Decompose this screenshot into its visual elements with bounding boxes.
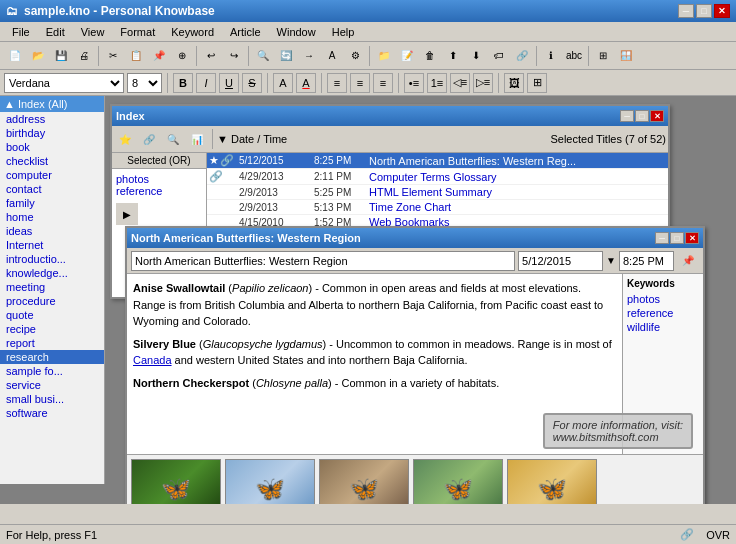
index-row[interactable]: 🔗 4/29/2013 2:11 PM Computer Terms Gloss… xyxy=(207,169,668,185)
cut-button[interactable]: ✂ xyxy=(102,45,124,67)
index-search-btn[interactable]: 🔍 xyxy=(162,128,184,150)
sidebar-item-contact[interactable]: contact xyxy=(0,182,104,196)
num-list-button[interactable]: 1≡ xyxy=(427,73,447,93)
row-title[interactable]: North American Butterflies: Western Reg.… xyxy=(369,155,666,167)
sidebar-item-research[interactable]: research xyxy=(0,350,104,364)
align-center-button[interactable]: ≡ xyxy=(350,73,370,93)
index-link-btn[interactable]: 🔗 xyxy=(138,128,160,150)
article-date-input[interactable] xyxy=(518,251,603,271)
row-title[interactable]: Computer Terms Glossary xyxy=(369,171,666,183)
minimize-button[interactable]: ─ xyxy=(678,4,694,18)
sidebar-item-checklist[interactable]: checklist xyxy=(0,154,104,168)
align-left-button[interactable]: ≡ xyxy=(327,73,347,93)
sidebar-item-knowledge[interactable]: knowledge... xyxy=(0,266,104,280)
index-row[interactable]: 2/9/2013 5:13 PM Time Zone Chart xyxy=(207,200,668,215)
sidebar-item-computer[interactable]: computer xyxy=(0,168,104,182)
article-kw[interactable]: 🏷 xyxy=(488,45,510,67)
goto-button[interactable]: → xyxy=(298,45,320,67)
sidebar-item-software[interactable]: software xyxy=(0,406,104,420)
article-pin-btn[interactable]: 📌 xyxy=(677,250,699,272)
sidebar-item-meeting[interactable]: meeting xyxy=(0,280,104,294)
window-tile[interactable]: ⊞ xyxy=(592,45,614,67)
image-thumb-4[interactable]: 🦋 vcheckerspot.jpg xyxy=(413,459,503,504)
sidebar-item-quote[interactable]: quote xyxy=(0,308,104,322)
image-thumb-1[interactable]: 🦋 aniseswallowtail.jpg xyxy=(131,459,221,504)
insert-table-button[interactable]: ⊞ xyxy=(527,73,547,93)
article-close[interactable]: ✕ xyxy=(685,232,699,244)
font-selector[interactable]: Verdana xyxy=(4,73,124,93)
sidebar-item-recipe[interactable]: recipe xyxy=(0,322,104,336)
row-title[interactable]: Time Zone Chart xyxy=(369,201,666,213)
menu-window[interactable]: Window xyxy=(269,24,324,40)
menu-edit[interactable]: Edit xyxy=(38,24,73,40)
sidebar-item-procedure[interactable]: procedure xyxy=(0,294,104,308)
sidebar-item-ideas[interactable]: ideas xyxy=(0,224,104,238)
index-row[interactable]: ★ 🔗 5/12/2015 8:25 PM North American But… xyxy=(207,153,668,169)
redo-button[interactable]: ↪ xyxy=(223,45,245,67)
paste-special-button[interactable]: ⊕ xyxy=(171,45,193,67)
menu-file[interactable]: File xyxy=(4,24,38,40)
index-minimize[interactable]: ─ xyxy=(620,110,634,122)
date-dropdown[interactable]: ▼ xyxy=(606,255,616,266)
indent-more-button[interactable]: ▷≡ xyxy=(473,73,493,93)
find-button[interactable]: 🔍 xyxy=(252,45,274,67)
indent-less-button[interactable]: ◁≡ xyxy=(450,73,470,93)
maximize-button[interactable]: □ xyxy=(696,4,712,18)
menu-format[interactable]: Format xyxy=(112,24,163,40)
underline-button[interactable]: U xyxy=(219,73,239,93)
sidebar-item-address[interactable]: address xyxy=(0,112,104,126)
new-button[interactable]: 📄 xyxy=(4,45,26,67)
align-right-button[interactable]: ≡ xyxy=(373,73,393,93)
nav-right-btn[interactable]: ▶ xyxy=(116,203,138,225)
index-row[interactable]: 2/9/2013 5:25 PM HTML Element Summary xyxy=(207,185,668,200)
paste-button[interactable]: 📌 xyxy=(148,45,170,67)
copy-button[interactable]: 📋 xyxy=(125,45,147,67)
insert-img-button[interactable]: 🖼 xyxy=(504,73,524,93)
article-title-input[interactable] xyxy=(131,251,515,271)
menu-view[interactable]: View xyxy=(73,24,113,40)
print-button[interactable]: 🖨 xyxy=(73,45,95,67)
index-filter-btn[interactable]: ⭐ xyxy=(114,128,136,150)
filter-reference[interactable]: reference xyxy=(116,185,202,197)
index-close[interactable]: ✕ xyxy=(650,110,664,122)
font-size-selector[interactable]: 8 xyxy=(127,73,162,93)
index-maximize[interactable]: □ xyxy=(635,110,649,122)
article-maximize[interactable]: □ xyxy=(670,232,684,244)
filter-photos[interactable]: photos xyxy=(116,173,202,185)
tb-btn-a[interactable]: A xyxy=(321,45,343,67)
canada-link[interactable]: Canada xyxy=(133,354,172,366)
folder-button[interactable]: 📁 xyxy=(373,45,395,67)
window-cascade[interactable]: 🪟 xyxy=(615,45,637,67)
save-button[interactable]: 💾 xyxy=(50,45,72,67)
sidebar-item-intro[interactable]: introductio... xyxy=(0,252,104,266)
article-up[interactable]: ⬆ xyxy=(442,45,464,67)
italic-button[interactable]: I xyxy=(196,73,216,93)
sidebar-item-service[interactable]: service xyxy=(0,378,104,392)
info-button[interactable]: ℹ xyxy=(540,45,562,67)
article-time-input[interactable] xyxy=(619,251,674,271)
article-new[interactable]: 📝 xyxy=(396,45,418,67)
sidebar-item-book[interactable]: book xyxy=(0,140,104,154)
row-title[interactable]: HTML Element Summary xyxy=(369,186,666,198)
image-thumb-3[interactable]: 🦋 ncheckerspot.jpg xyxy=(319,459,409,504)
article-minimize[interactable]: ─ xyxy=(655,232,669,244)
menu-article[interactable]: Article xyxy=(222,24,269,40)
highlight-button[interactable]: A xyxy=(273,73,293,93)
index-sort-btn[interactable]: 📊 xyxy=(186,128,208,150)
replace-button[interactable]: 🔄 xyxy=(275,45,297,67)
abc-check[interactable]: abc xyxy=(563,45,585,67)
keyword-photos[interactable]: photos xyxy=(627,292,699,306)
close-button[interactable]: ✕ xyxy=(714,4,730,18)
bullet-list-button[interactable]: •≡ xyxy=(404,73,424,93)
image-thumb-2[interactable]: 🦋 silveryblue.jpg xyxy=(225,459,315,504)
bold-button[interactable]: B xyxy=(173,73,193,93)
keyword-reference[interactable]: reference xyxy=(627,306,699,320)
tb-btn-b[interactable]: ⚙ xyxy=(344,45,366,67)
menu-keyword[interactable]: Keyword xyxy=(163,24,222,40)
image-thumb-5[interactable]: 🦋 umberskipper.jpg xyxy=(507,459,597,504)
open-button[interactable]: 📂 xyxy=(27,45,49,67)
sidebar-item-sample[interactable]: sample fo... xyxy=(0,364,104,378)
undo-button[interactable]: ↩ xyxy=(200,45,222,67)
article-link[interactable]: 🔗 xyxy=(511,45,533,67)
article-del[interactable]: 🗑 xyxy=(419,45,441,67)
